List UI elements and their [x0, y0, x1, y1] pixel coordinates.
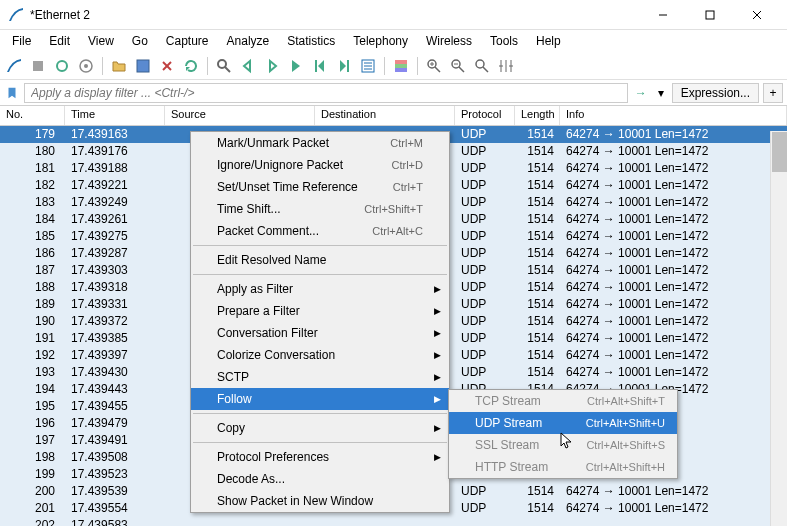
go-to-icon[interactable] — [286, 56, 306, 76]
scrollbar-thumb[interactable] — [772, 132, 787, 172]
menu-tools[interactable]: Tools — [482, 32, 526, 50]
svg-rect-20 — [395, 64, 407, 68]
restart-capture-icon[interactable] — [52, 56, 72, 76]
find-icon[interactable] — [214, 56, 234, 76]
menu-analyze[interactable]: Analyze — [219, 32, 278, 50]
scrollbar[interactable] — [770, 131, 787, 526]
zoom-reset-icon[interactable] — [472, 56, 492, 76]
add-filter-button[interactable]: + — [763, 83, 783, 103]
menu-item[interactable]: Prepare a Filter▶ — [191, 300, 449, 322]
menubar: File Edit View Go Capture Analyze Statis… — [0, 30, 787, 52]
autoscroll-icon[interactable] — [358, 56, 378, 76]
menu-item[interactable]: Edit Resolved Name — [191, 249, 449, 271]
submenu-item: SSL StreamCtrl+Alt+Shift+S — [449, 434, 677, 456]
separator — [207, 57, 208, 75]
save-file-icon[interactable] — [133, 56, 153, 76]
menu-item[interactable]: Colorize Conversation▶ — [191, 344, 449, 366]
separator — [102, 57, 103, 75]
capture-options-icon[interactable] — [76, 56, 96, 76]
svg-rect-1 — [706, 11, 714, 19]
menu-item[interactable]: Decode As... — [191, 468, 449, 490]
svg-rect-8 — [137, 60, 149, 72]
menu-edit[interactable]: Edit — [41, 32, 78, 50]
display-filter-input[interactable] — [24, 83, 628, 103]
menu-file[interactable]: File — [4, 32, 39, 50]
zoom-out-icon[interactable] — [448, 56, 468, 76]
menu-item[interactable]: Show Packet in New Window — [191, 490, 449, 512]
menu-separator — [193, 413, 447, 414]
context-menu: Mark/Unmark PacketCtrl+MIgnore/Unignore … — [190, 131, 450, 513]
menu-separator — [193, 442, 447, 443]
zoom-in-icon[interactable] — [424, 56, 444, 76]
go-first-icon[interactable] — [310, 56, 330, 76]
menu-item[interactable]: Conversation Filter▶ — [191, 322, 449, 344]
minimize-button[interactable] — [640, 1, 685, 29]
follow-submenu: TCP StreamCtrl+Alt+Shift+TUDP StreamCtrl… — [448, 389, 678, 479]
go-back-icon[interactable] — [238, 56, 258, 76]
menu-item[interactable]: Copy▶ — [191, 417, 449, 439]
reload-icon[interactable] — [181, 56, 201, 76]
svg-rect-4 — [33, 61, 43, 71]
menu-capture[interactable]: Capture — [158, 32, 217, 50]
header-length[interactable]: Length — [515, 106, 560, 125]
maximize-button[interactable] — [687, 1, 732, 29]
menu-help[interactable]: Help — [528, 32, 569, 50]
app-icon — [8, 7, 24, 23]
menu-separator — [193, 245, 447, 246]
menu-item[interactable]: Set/Unset Time ReferenceCtrl+T — [191, 176, 449, 198]
table-row[interactable]: 20217.439583 — [0, 517, 787, 526]
header-destination[interactable]: Destination — [315, 106, 455, 125]
header-source[interactable]: Source — [165, 106, 315, 125]
svg-rect-19 — [395, 60, 407, 64]
colorize-icon[interactable] — [391, 56, 411, 76]
submenu-item: TCP StreamCtrl+Alt+Shift+T — [449, 390, 677, 412]
titlebar: *Ethernet 2 — [0, 0, 787, 30]
menu-item[interactable]: Time Shift...Ctrl+Shift+T — [191, 198, 449, 220]
start-capture-icon[interactable] — [4, 56, 24, 76]
header-info[interactable]: Info — [560, 106, 787, 125]
svg-point-5 — [57, 61, 67, 71]
go-forward-icon[interactable] — [262, 56, 282, 76]
menu-separator — [193, 274, 447, 275]
expression-button[interactable]: Expression... — [672, 83, 759, 103]
header-protocol[interactable]: Protocol — [455, 106, 515, 125]
menu-item[interactable]: Packet Comment...Ctrl+Alt+C — [191, 220, 449, 242]
submenu-item: HTTP StreamCtrl+Alt+Shift+H — [449, 456, 677, 478]
go-last-icon[interactable] — [334, 56, 354, 76]
open-file-icon[interactable] — [109, 56, 129, 76]
resize-columns-icon[interactable] — [496, 56, 516, 76]
submenu-item[interactable]: UDP StreamCtrl+Alt+Shift+U — [449, 412, 677, 434]
svg-point-7 — [84, 64, 88, 68]
menu-item[interactable]: Protocol Preferences▶ — [191, 446, 449, 468]
svg-line-23 — [435, 67, 440, 72]
filter-arrow-icon[interactable]: → — [632, 86, 650, 100]
svg-line-27 — [459, 67, 464, 72]
menu-item[interactable]: Apply as Filter▶ — [191, 278, 449, 300]
separator — [417, 57, 418, 75]
svg-rect-21 — [395, 68, 407, 72]
separator — [384, 57, 385, 75]
bookmark-icon[interactable] — [4, 85, 20, 101]
menu-item[interactable]: Ignore/Unignore PacketCtrl+D — [191, 154, 449, 176]
stop-capture-icon[interactable] — [28, 56, 48, 76]
close-button[interactable] — [734, 1, 779, 29]
header-no[interactable]: No. — [0, 106, 65, 125]
menu-item[interactable]: SCTP▶ — [191, 366, 449, 388]
svg-line-30 — [483, 67, 488, 72]
menu-go[interactable]: Go — [124, 32, 156, 50]
column-headers: No. Time Source Destination Protocol Len… — [0, 106, 787, 126]
menu-telephony[interactable]: Telephony — [345, 32, 416, 50]
menu-item[interactable]: Follow▶ — [191, 388, 449, 410]
filter-dropdown-icon[interactable]: ▾ — [654, 86, 668, 100]
svg-point-11 — [218, 60, 226, 68]
close-file-icon[interactable] — [157, 56, 177, 76]
menu-item[interactable]: Mark/Unmark PacketCtrl+M — [191, 132, 449, 154]
window-title: *Ethernet 2 — [30, 8, 640, 22]
menu-view[interactable]: View — [80, 32, 122, 50]
filterbar: → ▾ Expression... + — [0, 80, 787, 106]
svg-point-29 — [476, 60, 484, 68]
menu-statistics[interactable]: Statistics — [279, 32, 343, 50]
menu-wireless[interactable]: Wireless — [418, 32, 480, 50]
toolbar — [0, 52, 787, 80]
header-time[interactable]: Time — [65, 106, 165, 125]
